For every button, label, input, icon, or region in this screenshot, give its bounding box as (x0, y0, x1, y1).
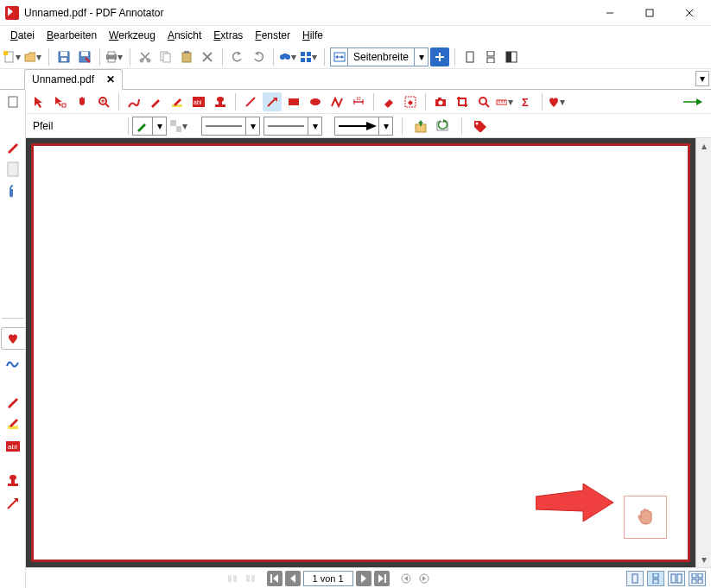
pen-side-icon[interactable] (4, 138, 22, 155)
menu-file[interactable]: Datei (5, 28, 40, 43)
reload-style-button[interactable] (434, 117, 453, 136)
color-picker[interactable]: ▾ (132, 117, 167, 136)
view-two-continuous-button[interactable] (689, 571, 706, 586)
layout-button[interactable]: ▾ (300, 47, 319, 66)
next-page-button[interactable] (356, 571, 371, 586)
line-width-picker[interactable]: ▾ (263, 117, 322, 136)
svg-marker-93 (366, 122, 377, 130)
snapshot-button[interactable] (431, 92, 450, 111)
scroll-track[interactable] (696, 154, 711, 552)
line-width-dropdown-icon[interactable]: ▾ (308, 117, 321, 135)
arrow-dropdown-icon[interactable]: ▾ (378, 117, 392, 135)
menu-help[interactable]: Hilfe (297, 28, 328, 43)
minimize-button[interactable] (590, 0, 630, 26)
page-outline-icon[interactable] (4, 93, 22, 111)
polyline-tool-button[interactable] (327, 92, 346, 111)
line-style-picker[interactable]: ▾ (201, 117, 260, 136)
attachment-side-icon[interactable] (4, 183, 22, 200)
pdf-page[interactable] (31, 143, 690, 562)
scroll-up-button[interactable]: ▴ (696, 138, 711, 154)
eraser-tool-button[interactable] (379, 92, 398, 111)
zoom-button[interactable] (94, 92, 113, 111)
new-button[interactable]: ✦ ▾ (3, 47, 22, 66)
cut-button[interactable] (136, 47, 155, 66)
print-button[interactable]: ▾ (105, 47, 124, 66)
continuous-page-button[interactable] (481, 47, 500, 66)
favorite-button[interactable]: ▾ (548, 92, 567, 111)
copy-button[interactable] (156, 47, 175, 66)
toolbar-next-icon[interactable] (683, 98, 702, 106)
tab-overflow-button[interactable]: ▾ (695, 71, 709, 86)
menu-window[interactable]: Fenster (250, 28, 295, 43)
menu-view[interactable]: Ansicht (162, 28, 206, 43)
menu-tool[interactable]: Werkzeug (104, 28, 161, 43)
measure-tool-button[interactable]: ▾ (496, 92, 515, 111)
line-style-dropdown-icon[interactable]: ▾ (245, 117, 259, 135)
dark-mode-button[interactable] (502, 47, 521, 66)
delete-button[interactable] (198, 47, 217, 66)
prev-page-button[interactable] (285, 571, 301, 586)
pencil-tool-button[interactable] (146, 92, 165, 111)
arrow-side-icon[interactable] (4, 495, 22, 512)
page-thumb-next-button[interactable] (243, 571, 258, 586)
search-tool-button[interactable] (474, 92, 493, 111)
menu-extras[interactable]: Extras (208, 28, 248, 43)
view-single-button[interactable] (626, 571, 644, 586)
menu-edit[interactable]: Bearbeiten (41, 28, 102, 43)
nav-forward-button[interactable] (416, 571, 432, 586)
undo-button[interactable] (228, 47, 247, 66)
dimension-tool-button[interactable]: 10 (349, 92, 368, 111)
arrow-tool-button[interactable] (263, 92, 282, 111)
close-button[interactable] (670, 0, 709, 26)
pencil-side-icon[interactable] (4, 393, 22, 410)
maximize-button[interactable] (630, 0, 670, 26)
favorites-tab[interactable] (1, 327, 25, 350)
single-page-button[interactable] (460, 47, 479, 66)
document-canvas[interactable] (26, 138, 695, 567)
tab-close-button[interactable]: ✕ (106, 73, 115, 85)
save-button[interactable] (54, 47, 73, 66)
scroll-down-button[interactable]: ▾ (696, 552, 711, 567)
find-button[interactable]: ▾ (279, 47, 298, 66)
zoom-dropdown-icon[interactable]: ▾ (414, 48, 428, 66)
save-style-button[interactable] (411, 117, 430, 136)
transparency-button[interactable]: ▾ (170, 117, 189, 136)
paste-button[interactable] (177, 47, 196, 66)
select-cursor-button[interactable] (29, 92, 48, 111)
nav-back-button[interactable] (398, 571, 414, 586)
line-tool-button[interactable] (241, 92, 260, 111)
ellipse-tool-button[interactable] (306, 92, 325, 111)
sum-tool-button[interactable]: Σ (517, 92, 536, 111)
stamp-side-icon[interactable] (4, 472, 22, 490)
zoom-add-button[interactable] (430, 47, 449, 66)
text-tool-button[interactable]: abl (189, 92, 208, 111)
select-edit-button[interactable] (51, 92, 70, 111)
save-as-button[interactable] (75, 47, 94, 66)
page-side-icon[interactable] (4, 161, 22, 178)
arrow-style-picker[interactable]: ▾ (334, 117, 393, 136)
highlighter-tool-button[interactable] (168, 92, 187, 111)
highlighter-side-icon[interactable] (4, 415, 22, 433)
open-button[interactable]: ▾ (24, 47, 43, 66)
page-input[interactable] (303, 571, 353, 586)
first-page-button[interactable] (267, 571, 282, 586)
pan-button[interactable] (73, 92, 92, 111)
stamp-tool-button[interactable] (211, 92, 230, 111)
squiggle-side-icon[interactable] (4, 355, 22, 372)
tag-button[interactable] (471, 117, 490, 136)
textbox-side-icon[interactable]: abl (4, 438, 22, 455)
rectangle-tool-button[interactable] (284, 92, 303, 111)
document-tab[interactable]: Unnamed.pdf ✕ (24, 69, 123, 90)
page-thumb-prev-button[interactable] (225, 571, 240, 586)
erase-area-button[interactable] (401, 92, 420, 111)
view-two-page-button[interactable] (668, 571, 685, 586)
color-dropdown-icon[interactable]: ▾ (152, 117, 166, 135)
vertical-scrollbar[interactable]: ▴ ▾ (695, 138, 711, 567)
zoom-selector[interactable]: Seitenbreite ▾ (330, 47, 429, 66)
floating-pan-button[interactable] (624, 496, 667, 539)
redo-button[interactable] (249, 47, 268, 66)
last-page-button[interactable] (374, 571, 390, 586)
crop-button[interactable] (453, 92, 472, 111)
pen-tool-button[interactable] (124, 92, 143, 111)
view-continuous-button[interactable] (647, 571, 664, 586)
